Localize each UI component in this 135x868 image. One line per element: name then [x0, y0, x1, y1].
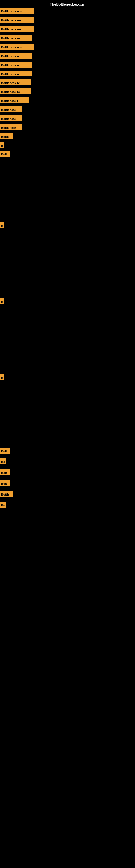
bottleneck-label: Bottleneck r: [0, 97, 29, 103]
bottleneck-label: B: [0, 222, 4, 228]
bottleneck-label: Bott: [0, 480, 10, 486]
bottleneck-label: Bottleneck res: [0, 26, 34, 32]
bottleneck-label: Bo: [0, 458, 6, 464]
bottleneck-label: Bottleneck re: [0, 70, 32, 76]
bottleneck-label: Bott: [0, 151, 10, 156]
bottleneck-label: Bottleneck: [0, 124, 21, 130]
bottleneck-label: B: [0, 299, 4, 304]
bottleneck-label: Bottleneck res: [0, 44, 34, 50]
bottleneck-label: Bottleneck re: [0, 62, 32, 67]
bottleneck-label: Bott: [0, 469, 10, 475]
bottleneck-label: Bottle: [0, 133, 13, 139]
bottleneck-label: Bottleneck: [0, 106, 21, 112]
bottleneck-label: Bottleneck re: [0, 35, 32, 41]
bottleneck-label: Bottleneck re: [0, 80, 31, 86]
bottleneck-label: Bottleneck: [0, 115, 21, 121]
bottleneck-label: Bottleneck re: [0, 53, 32, 59]
bottleneck-label: Bottleneck res: [0, 17, 34, 23]
bottleneck-label: Bott: [0, 447, 10, 454]
bottleneck-label: Bottleneck re: [0, 88, 31, 94]
bottleneck-label: Bottle: [0, 491, 13, 497]
bottleneck-label: Bottleneck res: [0, 8, 34, 13]
bottleneck-label: B: [0, 374, 4, 380]
bottleneck-label: B: [0, 142, 4, 148]
bottleneck-label: Bo: [0, 502, 6, 508]
